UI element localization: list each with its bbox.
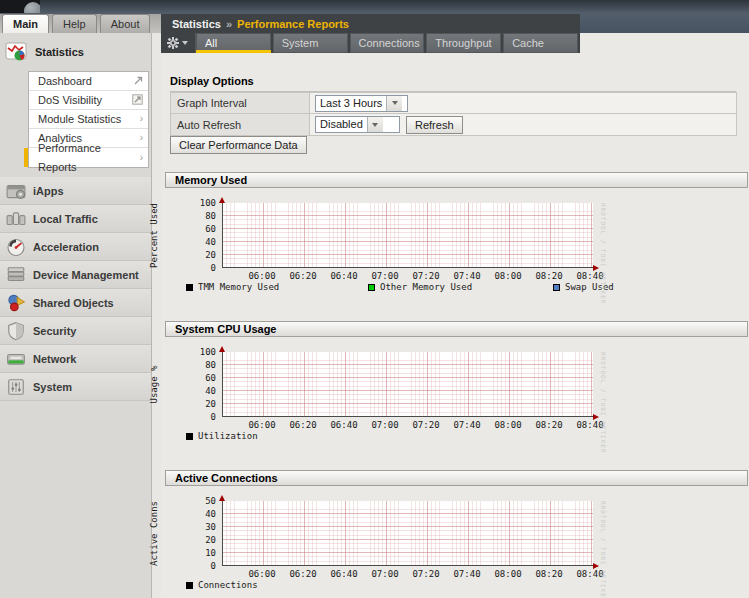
gear-icon xyxy=(167,37,179,49)
legend-other-memory-used: Other Memory Used xyxy=(368,283,472,292)
device-management-icon xyxy=(6,265,26,285)
y-axis-tick: 40 xyxy=(184,238,216,247)
x-axis-tick: 07:20 xyxy=(412,570,439,579)
y-axis-tick: 0 xyxy=(184,264,216,273)
legend-label: Utilization xyxy=(198,432,258,441)
y-axis-tick: 80 xyxy=(184,212,216,221)
rrdtool-watermark: RRDTOOL / TOBI OETIKER xyxy=(600,203,607,268)
y-axis-tick: 40 xyxy=(184,510,216,519)
nav-tab-about[interactable]: About xyxy=(100,14,151,33)
legend-connections: Connections xyxy=(186,581,258,590)
chevron-down-icon xyxy=(372,123,378,127)
sidebar-item-iapps[interactable]: iApps xyxy=(0,177,161,205)
y-axis-tick: 10 xyxy=(184,549,216,558)
x-axis-tick: 06:00 xyxy=(248,421,275,430)
sidebar-item-shared-objects[interactable]: Shared Objects xyxy=(0,289,161,317)
sidebar-item-device-management[interactable]: Device Management xyxy=(0,261,161,289)
legend-label: TMM Memory Used xyxy=(198,283,279,292)
acceleration-icon xyxy=(6,237,26,257)
y-axis-tick: 30 xyxy=(184,523,216,532)
legend-label: Other Memory Used xyxy=(380,283,472,292)
section-label: Acceleration xyxy=(33,241,99,253)
y-axis-tick: 60 xyxy=(184,374,216,383)
nav-tab-help[interactable]: Help xyxy=(52,14,97,33)
chevron-down-icon xyxy=(182,41,188,45)
chart-plot-area xyxy=(222,352,593,417)
x-axis-tick: 07:40 xyxy=(453,272,480,281)
x-axis-tick: 06:20 xyxy=(289,570,316,579)
rrdtool-watermark: RRDTOOL / TOBI OETIKER xyxy=(600,352,607,417)
submenu-label: Performance Reports xyxy=(38,139,140,177)
y-axis-arrow-icon xyxy=(219,495,225,501)
tabstrip-options-button[interactable] xyxy=(161,33,196,53)
sidebar-statistics-label: Statistics xyxy=(35,46,84,58)
system-icon xyxy=(6,377,26,397)
top-nav-tabs: MainHelpAbout xyxy=(0,14,161,33)
shared-objects-icon xyxy=(6,293,26,313)
clear-performance-data-button[interactable]: Clear Performance Data xyxy=(170,136,307,154)
graph-interval-value: Last 3 Hours xyxy=(316,96,386,111)
launch-icon xyxy=(134,76,143,85)
sidebar: MainHelpAbout Statistics DashboardDoS Vi… xyxy=(0,14,161,598)
y-axis-tick: 100 xyxy=(184,348,216,357)
auto-refresh-value: Disabled xyxy=(316,117,367,132)
x-axis-tick: 07:00 xyxy=(371,272,398,281)
tab-connections[interactable]: Connections xyxy=(350,33,425,53)
y-axis-arrow-icon xyxy=(219,197,225,203)
bigip-performance-reports-page: Statistics » Performance Reports AllSyst… xyxy=(0,0,749,598)
breadcrumb: Statistics » Performance Reports xyxy=(161,14,580,33)
legend-swatch xyxy=(368,284,375,291)
tab-cache[interactable]: Cache xyxy=(503,33,578,53)
x-axis-tick: 07:20 xyxy=(412,421,439,430)
sidebar-item-security[interactable]: Security xyxy=(0,317,161,345)
tab-throughput[interactable]: Throughput xyxy=(426,33,501,53)
local-traffic-icon xyxy=(6,209,26,229)
sidebar-item-network[interactable]: Network xyxy=(0,345,161,373)
y-axis-tick: 100 xyxy=(184,199,216,208)
statistics-icon xyxy=(5,41,27,63)
sidebar-item-local-traffic[interactable]: Local Traffic xyxy=(0,205,161,233)
tab-system[interactable]: System xyxy=(273,33,348,53)
section-label: Local Traffic xyxy=(33,213,98,225)
legend-swatch xyxy=(186,433,193,440)
refresh-button[interactable]: Refresh xyxy=(406,116,463,134)
x-axis-tick: 07:20 xyxy=(412,272,439,281)
tab-all[interactable]: All xyxy=(196,33,271,53)
y-axis-tick: 40 xyxy=(184,387,216,396)
sidebar-item-module-statistics[interactable]: Module Statistics› xyxy=(29,110,148,129)
x-axis-tick: 06:00 xyxy=(248,570,275,579)
auto-refresh-select[interactable]: Disabled xyxy=(315,116,400,133)
statistics-tabstrip: AllSystemConnectionsThroughputCache xyxy=(161,33,580,53)
breadcrumb-separator: » xyxy=(226,18,232,30)
f5-logo-ball-icon xyxy=(24,2,40,13)
select-dropdown-button[interactable] xyxy=(367,117,383,132)
sidebar-item-dashboard[interactable]: Dashboard xyxy=(29,72,148,91)
chart-active-connections: Active ConnectionsActive Conns0102030405… xyxy=(165,470,748,596)
x-axis-tick: 08:00 xyxy=(494,272,521,281)
graph-interval-select[interactable]: Last 3 Hours xyxy=(315,95,408,112)
sidebar-item-acceleration[interactable]: Acceleration xyxy=(0,233,161,261)
select-dropdown-button[interactable] xyxy=(386,96,402,111)
chart-title: Memory Used xyxy=(165,172,748,188)
iapps-icon xyxy=(6,181,26,201)
nav-tab-main[interactable]: Main xyxy=(2,14,49,33)
sidebar-item-system[interactable]: System xyxy=(0,373,161,401)
section-label: System xyxy=(33,381,72,393)
x-axis-tick: 08:00 xyxy=(494,421,521,430)
sidebar-item-performance-reports[interactable]: Performance Reports› xyxy=(29,148,148,167)
auto-refresh-label: Auto Refresh xyxy=(171,114,310,135)
section-label: Security xyxy=(33,325,76,337)
x-axis-tick: 06:40 xyxy=(330,570,357,579)
chart-memory-used: Memory UsedPercent Used02040608010006:00… xyxy=(165,172,748,298)
legend-tmm-memory-used: TMM Memory Used xyxy=(186,283,279,292)
y-axis-tick: 0 xyxy=(184,562,216,571)
chart-ylabel: Percent Used xyxy=(149,203,161,268)
y-axis-arrow-icon xyxy=(219,346,225,352)
chart-ylabel: Usage % xyxy=(149,352,161,417)
sidebar-item-dos-visibility[interactable]: DoS Visibility xyxy=(29,91,148,110)
chevron-right-icon: › xyxy=(140,132,143,143)
section-label: Device Management xyxy=(33,269,139,281)
sidebar-item-statistics[interactable]: Statistics xyxy=(0,33,161,69)
chart-title: Active Connections xyxy=(165,470,748,486)
section-label: Shared Objects xyxy=(33,297,114,309)
